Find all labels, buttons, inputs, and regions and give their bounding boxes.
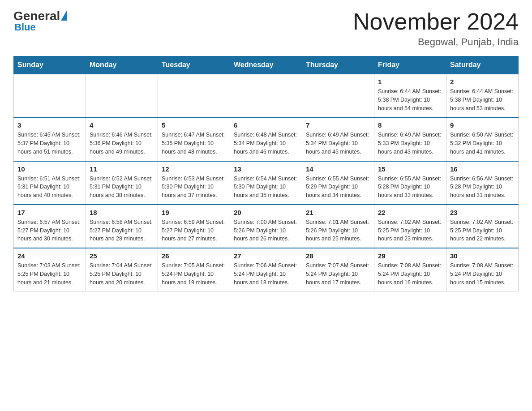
day-info: Sunrise: 6:59 AM Sunset: 5:27 PM Dayligh… [162, 218, 226, 243]
day-info: Sunrise: 6:44 AM Sunset: 5:38 PM Dayligh… [378, 87, 442, 112]
day-number: 16 [450, 165, 515, 173]
day-number: 14 [306, 165, 370, 173]
day-number: 19 [162, 209, 226, 216]
day-number: 29 [378, 252, 442, 260]
day-info: Sunrise: 6:55 AM Sunset: 5:28 PM Dayligh… [378, 175, 442, 200]
day-number: 24 [17, 252, 82, 260]
day-number: 27 [234, 252, 298, 260]
calendar-header-row: SundayMondayTuesdayWednesdayThursdayFrid… [14, 56, 519, 74]
col-header-monday: Monday [86, 56, 158, 74]
calendar-cell [158, 74, 230, 117]
day-number: 22 [378, 209, 442, 216]
day-info: Sunrise: 6:46 AM Sunset: 5:36 PM Dayligh… [90, 131, 154, 156]
day-info: Sunrise: 7:02 AM Sunset: 5:25 PM Dayligh… [378, 218, 442, 243]
day-info: Sunrise: 7:01 AM Sunset: 5:26 PM Dayligh… [306, 218, 370, 243]
calendar-cell: 26Sunrise: 7:05 AM Sunset: 5:24 PM Dayli… [158, 248, 230, 291]
calendar-cell: 3Sunrise: 6:45 AM Sunset: 5:37 PM Daylig… [14, 117, 86, 161]
day-number: 10 [17, 165, 82, 173]
title-block: November 2024 Begowal, Punjab, India [353, 9, 519, 48]
calendar-cell: 14Sunrise: 6:55 AM Sunset: 5:29 PM Dayli… [302, 161, 374, 205]
day-number: 13 [234, 165, 298, 173]
day-info: Sunrise: 6:53 AM Sunset: 5:30 PM Dayligh… [162, 175, 226, 200]
day-number: 1 [378, 78, 442, 86]
day-number: 26 [162, 252, 226, 260]
month-title: November 2024 [353, 9, 519, 34]
calendar-cell: 22Sunrise: 7:02 AM Sunset: 5:25 PM Dayli… [374, 205, 446, 248]
day-info: Sunrise: 7:07 AM Sunset: 5:24 PM Dayligh… [306, 261, 370, 287]
calendar-cell: 6Sunrise: 6:48 AM Sunset: 5:34 PM Daylig… [230, 117, 302, 161]
calendar-cell [86, 74, 158, 117]
calendar-cell: 24Sunrise: 7:03 AM Sunset: 5:25 PM Dayli… [14, 248, 86, 291]
logo-triangle-icon [61, 10, 67, 21]
calendar-cell: 8Sunrise: 6:49 AM Sunset: 5:33 PM Daylig… [374, 117, 446, 161]
calendar-cell: 12Sunrise: 6:53 AM Sunset: 5:30 PM Dayli… [158, 161, 230, 205]
calendar-cell: 25Sunrise: 7:04 AM Sunset: 5:25 PM Dayli… [86, 248, 158, 291]
calendar-cell: 15Sunrise: 6:55 AM Sunset: 5:28 PM Dayli… [374, 161, 446, 205]
day-info: Sunrise: 6:57 AM Sunset: 5:27 PM Dayligh… [17, 218, 82, 243]
calendar-week-row: 10Sunrise: 6:51 AM Sunset: 5:31 PM Dayli… [14, 161, 519, 205]
calendar-cell: 27Sunrise: 7:06 AM Sunset: 5:24 PM Dayli… [230, 248, 302, 291]
day-info: Sunrise: 7:02 AM Sunset: 5:25 PM Dayligh… [450, 218, 515, 243]
day-info: Sunrise: 6:47 AM Sunset: 5:35 PM Dayligh… [162, 131, 226, 156]
day-number: 30 [450, 252, 515, 260]
calendar-cell: 21Sunrise: 7:01 AM Sunset: 5:26 PM Dayli… [302, 205, 374, 248]
logo: General Blue [13, 9, 67, 33]
day-info: Sunrise: 7:05 AM Sunset: 5:24 PM Dayligh… [162, 261, 226, 287]
calendar-cell: 19Sunrise: 6:59 AM Sunset: 5:27 PM Dayli… [158, 205, 230, 248]
location-subtitle: Begowal, Punjab, India [353, 36, 519, 48]
day-number: 28 [306, 252, 370, 260]
col-header-saturday: Saturday [446, 56, 519, 74]
day-number: 18 [90, 209, 154, 216]
col-header-tuesday: Tuesday [158, 56, 230, 74]
day-info: Sunrise: 7:04 AM Sunset: 5:25 PM Dayligh… [90, 261, 154, 287]
page-header: General Blue November 2024 Begowal, Punj… [13, 9, 519, 48]
calendar-cell [14, 74, 86, 117]
day-number: 9 [450, 121, 515, 129]
calendar-cell: 30Sunrise: 7:08 AM Sunset: 5:24 PM Dayli… [446, 248, 519, 291]
day-number: 7 [306, 121, 370, 129]
calendar-cell: 1Sunrise: 6:44 AM Sunset: 5:38 PM Daylig… [374, 74, 446, 117]
day-info: Sunrise: 6:45 AM Sunset: 5:37 PM Dayligh… [17, 131, 82, 156]
day-info: Sunrise: 6:52 AM Sunset: 5:31 PM Dayligh… [90, 175, 154, 200]
day-number: 6 [234, 121, 298, 129]
col-header-thursday: Thursday [302, 56, 374, 74]
day-info: Sunrise: 7:00 AM Sunset: 5:26 PM Dayligh… [234, 218, 298, 243]
day-info: Sunrise: 6:49 AM Sunset: 5:33 PM Dayligh… [378, 131, 442, 156]
col-header-wednesday: Wednesday [230, 56, 302, 74]
day-info: Sunrise: 6:49 AM Sunset: 5:34 PM Dayligh… [306, 131, 370, 156]
day-info: Sunrise: 6:44 AM Sunset: 5:38 PM Dayligh… [450, 87, 515, 112]
calendar-table: SundayMondayTuesdayWednesdayThursdayFrid… [13, 56, 519, 291]
day-info: Sunrise: 6:58 AM Sunset: 5:27 PM Dayligh… [90, 218, 154, 243]
logo-blue-text: Blue [14, 21, 36, 33]
calendar-cell: 23Sunrise: 7:02 AM Sunset: 5:25 PM Dayli… [446, 205, 519, 248]
day-number: 20 [234, 209, 298, 216]
calendar-cell: 2Sunrise: 6:44 AM Sunset: 5:38 PM Daylig… [446, 74, 519, 117]
calendar-cell: 11Sunrise: 6:52 AM Sunset: 5:31 PM Dayli… [86, 161, 158, 205]
day-info: Sunrise: 6:50 AM Sunset: 5:32 PM Dayligh… [450, 131, 515, 156]
day-info: Sunrise: 7:06 AM Sunset: 5:24 PM Dayligh… [234, 261, 298, 287]
calendar-week-row: 3Sunrise: 6:45 AM Sunset: 5:37 PM Daylig… [14, 117, 519, 161]
calendar-cell: 18Sunrise: 6:58 AM Sunset: 5:27 PM Dayli… [86, 205, 158, 248]
day-number: 11 [90, 165, 154, 173]
calendar-cell: 28Sunrise: 7:07 AM Sunset: 5:24 PM Dayli… [302, 248, 374, 291]
calendar-cell: 10Sunrise: 6:51 AM Sunset: 5:31 PM Dayli… [14, 161, 86, 205]
calendar-week-row: 1Sunrise: 6:44 AM Sunset: 5:38 PM Daylig… [14, 74, 519, 117]
day-number: 4 [90, 121, 154, 129]
calendar-week-row: 17Sunrise: 6:57 AM Sunset: 5:27 PM Dayli… [14, 205, 519, 248]
day-info: Sunrise: 6:48 AM Sunset: 5:34 PM Dayligh… [234, 131, 298, 156]
day-info: Sunrise: 7:08 AM Sunset: 5:24 PM Dayligh… [378, 261, 442, 287]
day-number: 2 [450, 78, 515, 86]
calendar-cell: 9Sunrise: 6:50 AM Sunset: 5:32 PM Daylig… [446, 117, 519, 161]
day-info: Sunrise: 6:56 AM Sunset: 5:28 PM Dayligh… [450, 175, 515, 200]
calendar-cell: 29Sunrise: 7:08 AM Sunset: 5:24 PM Dayli… [374, 248, 446, 291]
calendar-cell [230, 74, 302, 117]
day-number: 23 [450, 209, 515, 216]
calendar-week-row: 24Sunrise: 7:03 AM Sunset: 5:25 PM Dayli… [14, 248, 519, 291]
calendar-cell: 17Sunrise: 6:57 AM Sunset: 5:27 PM Dayli… [14, 205, 86, 248]
calendar-cell [302, 74, 374, 117]
calendar-cell: 16Sunrise: 6:56 AM Sunset: 5:28 PM Dayli… [446, 161, 519, 205]
calendar-cell: 5Sunrise: 6:47 AM Sunset: 5:35 PM Daylig… [158, 117, 230, 161]
col-header-sunday: Sunday [14, 56, 86, 74]
day-number: 17 [17, 209, 82, 216]
day-number: 12 [162, 165, 226, 173]
